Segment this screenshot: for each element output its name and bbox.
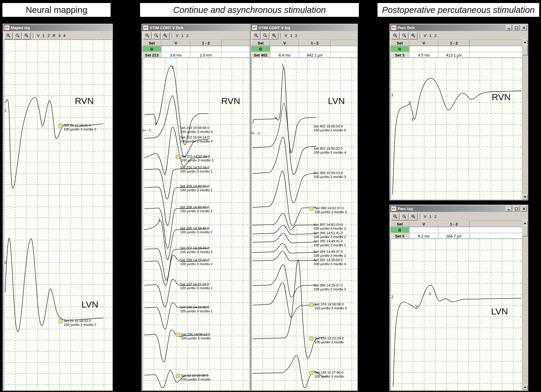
empty-cell: [438, 227, 469, 233]
channel-list: V 1 2: [424, 214, 437, 219]
empty-cell: [438, 46, 469, 52]
peak-mark: 1: [429, 291, 431, 296]
scrollbar-thumb[interactable]: [522, 225, 528, 236]
channel-list: V 1 2: [176, 33, 189, 38]
trace-grid: [143, 58, 250, 390]
col-header-v: V: [409, 40, 438, 46]
toolbar-stim-dch: V 1 2: [142, 32, 250, 40]
close-button[interactable]: [521, 206, 527, 211]
magnifier-plus-icon: [272, 33, 277, 38]
latency-cell: 4.5 ms: [409, 52, 438, 58]
vertical-scrollbar[interactable]: [522, 39, 527, 200]
peak-mark: 1: [282, 63, 284, 67]
magnifier-icon: [263, 33, 267, 38]
empty-cell: [222, 46, 250, 52]
zoom-reset-button[interactable]: [14, 32, 22, 39]
trace-annotation: Set 202 14:29:49 0100 µv/div 3 ms/div 2: [180, 246, 212, 254]
col-header-v: V: [161, 40, 190, 46]
trace-annotation: Set 397 14:52:10 0100 µv/div 3 ms/div 2: [313, 223, 346, 231]
v-mark: V: [415, 304, 418, 308]
zoom-in-button[interactable]: [409, 213, 417, 220]
measurement-table: Set V 1 - 2 B Set 402 6.4 ms 842.1 µV: [251, 40, 357, 58]
trace-area-perc-dch: [390, 57, 523, 200]
magnifier-icon: [402, 33, 407, 38]
amplitude-cell: 184.7 µV: [438, 233, 469, 239]
toolbar-separator: [280, 33, 283, 38]
v-mark: V: [275, 116, 277, 120]
magnifier-plus-icon: [24, 33, 29, 38]
trace-annotation: Set 395 14:49:41 0100 µv/div 3 ms/div 2: [313, 239, 346, 247]
set-cell[interactable]: Set 213: [142, 52, 161, 58]
scroll-up-button[interactable]: [522, 220, 528, 226]
window-stim-cont-v-dch: EP STIM CONT V Dch V 1 2 Set V 1 - 2 B S…: [141, 23, 251, 391]
zoom-out-button[interactable]: [391, 32, 399, 39]
zoom-reset-button[interactable]: [152, 32, 160, 39]
window-title: STIM CONT V Dch: [150, 26, 183, 30]
latency-cell: 3.6 ms: [161, 52, 190, 58]
trace-grid: [4, 40, 112, 390]
empty-cell: [469, 46, 522, 52]
minimize-button[interactable]: [506, 25, 512, 30]
zoom-in-button[interactable]: [23, 32, 31, 39]
channel-list: V 1 2: [285, 33, 298, 38]
zoom-in-button[interactable]: [409, 32, 417, 39]
zoom-out-button[interactable]: [5, 32, 13, 39]
window-stim-cont-v-izq: EP STIM CONT V Izq V 1 2 Set V 1 - 2 B S…: [250, 23, 358, 391]
empty-cell: [270, 46, 299, 52]
close-button[interactable]: [521, 25, 527, 30]
vertical-scrollbar[interactable]: [522, 220, 527, 390]
magnifier-plus-icon: [163, 33, 168, 38]
window-mapeo-izq: EP Mapeo Izq V 1 2 R 3 4 1 2 RVN LVN Set…: [2, 23, 113, 391]
set-cell[interactable]: Set 402: [251, 52, 270, 58]
scroll-down-button[interactable]: [522, 194, 528, 200]
zoom-reset-button[interactable]: [400, 213, 408, 220]
titlebar-perc-dch[interactable]: EP Perc Dch: [390, 24, 528, 31]
maximize-button[interactable]: [513, 25, 519, 30]
trace-annotation: Set 402 15:05:04 0100 µv/div 3 ms/div 6: [313, 124, 346, 132]
zoom-reset-button[interactable]: [400, 32, 408, 39]
peak-mark: 2: [289, 149, 291, 153]
titlebar-perc-izq[interactable]: EP Perc Izq: [390, 205, 528, 212]
maximize-icon: [515, 26, 518, 29]
scrollbar-thumb[interactable]: [522, 44, 528, 55]
channel-number: 2: [5, 261, 7, 265]
arrow-up-icon: [524, 222, 526, 224]
v-mark: V: [408, 100, 411, 105]
trace-annotation: Set 196 14:16:28 0100 µv/div 3 ms/div 1: [180, 305, 212, 313]
trace-annotation: Set 206 14:34:46 0100 µv/div 3 ms/div 2: [180, 226, 212, 234]
panel-title-postoperative-stimulation: Postoperative percutaneous stimulation: [377, 3, 539, 17]
minimize-button[interactable]: [506, 206, 512, 211]
magnifier-minus-icon: [254, 33, 258, 38]
toolbar-separator: [420, 33, 422, 38]
maximize-button[interactable]: [513, 206, 519, 211]
zoom-out-button[interactable]: [143, 32, 151, 39]
zoom-in-button[interactable]: [270, 32, 278, 39]
scroll-down-button[interactable]: [522, 385, 528, 390]
set-cell[interactable]: Set 5: [390, 233, 409, 239]
panel-title-neural-mapping: Neural mapping: [2, 3, 111, 17]
titlebar-stim-izq[interactable]: EP STIM CONT V Izq: [251, 24, 357, 31]
set-cell[interactable]: Set 3: [390, 52, 409, 58]
zoom-in-button[interactable]: [161, 32, 170, 39]
magnifier-icon: [15, 33, 20, 38]
magnifier-minus-icon: [6, 33, 11, 38]
col-header-filler: [469, 40, 522, 46]
latency-cell: 6.2 ms: [409, 233, 438, 239]
col-header-1-2: 1 - 2: [438, 40, 469, 46]
magnifier-icon: [154, 33, 159, 38]
channel-number: 2: [391, 295, 393, 299]
peak-mark: 1: [158, 217, 160, 222]
scroll-up-button[interactable]: [522, 39, 528, 45]
titlebar-mapeo-izq[interactable]: EP Mapeo Izq: [3, 24, 112, 31]
trace-annotation: Set 135 11:27:56 0100 µv/div 3 ms/div: [309, 371, 344, 378]
zoom-reset-button[interactable]: [261, 32, 269, 39]
col-header-filler: [469, 221, 522, 227]
zoom-out-button[interactable]: [391, 213, 399, 220]
titlebar-stim-dch[interactable]: EP STIM CONT V Dch: [142, 24, 250, 31]
empty-cell: [161, 46, 190, 52]
trace-annotation: Set 20 11:18:31 0100 µv/div 3 ms/div 2: [59, 124, 96, 131]
col-header-set: Set: [251, 40, 270, 46]
trace-annotation: Set 210 14:52:24 0100 µv/div 3 ms/div 1: [180, 166, 212, 173]
magnifier-plus-icon: [411, 214, 416, 219]
zoom-out-button[interactable]: [252, 32, 260, 39]
